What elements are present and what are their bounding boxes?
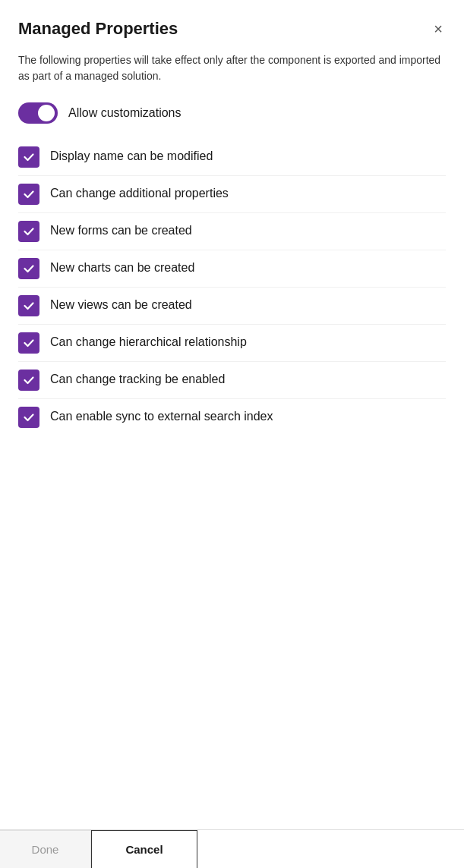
close-button[interactable]: × [431, 18, 446, 39]
checkbox-display-name[interactable] [18, 146, 39, 168]
checkmark-icon [23, 411, 35, 423]
checkbox-new-views[interactable] [18, 295, 39, 316]
checkmark-icon [23, 300, 35, 312]
checkbox-label: Can enable sync to external search index [50, 408, 273, 425]
checkbox-new-charts[interactable] [18, 258, 39, 279]
list-item: New charts can be created [18, 250, 446, 288]
checkbox-label: New charts can be created [50, 259, 194, 276]
checkmark-icon [23, 374, 35, 386]
allow-customizations-toggle[interactable] [18, 102, 58, 124]
checkbox-additional-properties[interactable] [18, 184, 39, 205]
list-item: New forms can be created [18, 213, 446, 250]
checkbox-hierarchical-relationship[interactable] [18, 332, 39, 354]
dialog-header: Managed Properties × [18, 18, 446, 40]
toggle-slider [18, 102, 58, 124]
checkbox-label: Can change additional properties [50, 185, 229, 202]
checkbox-new-forms[interactable] [18, 221, 39, 242]
list-item: Can change additional properties [18, 176, 446, 213]
allow-customizations-toggle-row: Allow customizations [18, 102, 446, 124]
dialog-content: Managed Properties × The following prope… [0, 0, 464, 829]
cancel-button[interactable]: Cancel [91, 830, 197, 868]
checkbox-label: Can change tracking be enabled [50, 371, 225, 388]
checkbox-tracking[interactable] [18, 370, 39, 391]
checkmark-icon [23, 188, 35, 200]
checkbox-label: New views can be created [50, 297, 192, 313]
list-item: Can enable sync to external search index [18, 399, 446, 436]
checkbox-label: Can change hierarchical relationship [50, 334, 247, 351]
managed-properties-dialog: Managed Properties × The following prope… [0, 0, 464, 868]
toggle-label: Allow customizations [68, 106, 181, 120]
checkbox-label: Display name can be modified [50, 148, 213, 165]
checkbox-list: Display name can be modified Can change … [18, 139, 446, 436]
list-item: Can change hierarchical relationship [18, 325, 446, 362]
checkmark-icon [23, 151, 35, 163]
list-item: New views can be created [18, 288, 446, 325]
checkbox-label: New forms can be created [50, 222, 192, 239]
checkbox-sync-external[interactable] [18, 407, 39, 428]
list-item: Display name can be modified [18, 139, 446, 176]
checkmark-icon [23, 225, 35, 237]
dialog-footer: Done Cancel [0, 829, 464, 868]
list-item: Can change tracking be enabled [18, 362, 446, 399]
checkmark-icon [23, 263, 35, 275]
checkmark-icon [23, 337, 35, 349]
dialog-description: The following properties will take effec… [18, 52, 446, 84]
done-button[interactable]: Done [0, 830, 91, 868]
dialog-title: Managed Properties [18, 18, 178, 40]
